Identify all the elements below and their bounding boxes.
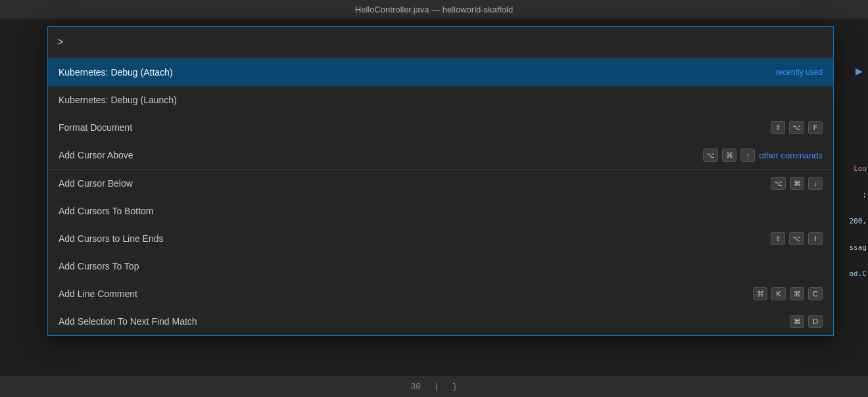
bg-code-semicolon: ; bbox=[862, 191, 867, 199]
list-item[interactable]: Add Line Comment ⌘ K ⌘ C bbox=[48, 280, 833, 308]
list-item[interactable]: Add Cursors to Line Ends ⇧ ⌥ I bbox=[48, 225, 833, 252]
kbd-c: C bbox=[808, 287, 823, 300]
item-label: Kubernetes: Debug (Attach) bbox=[59, 67, 776, 78]
item-right: ⌥ ⌘ ↓ bbox=[771, 177, 823, 190]
kbd-cmd: ⌘ bbox=[722, 149, 736, 162]
kbd-shift: ⇧ bbox=[771, 232, 785, 245]
list-item[interactable]: Format Document ⇧ ⌥ F bbox=[48, 114, 833, 141]
window-title: HelloController.java — helloworld-skaffo… bbox=[355, 5, 513, 14]
list-item[interactable]: Kubernetes: Debug (Attach) recently used bbox=[48, 58, 833, 86]
kbd-opt: ⌥ bbox=[789, 232, 804, 245]
item-right: ⌘ D bbox=[790, 315, 823, 328]
item-right: recently used bbox=[776, 68, 823, 77]
item-label: Kubernetes: Debug (Launch) bbox=[59, 95, 823, 105]
kbd-d: D bbox=[808, 315, 823, 328]
kbd-opt: ⌥ bbox=[771, 177, 786, 190]
kbd-opt: ⌥ bbox=[789, 121, 804, 134]
bg-code-ssag: ssag bbox=[850, 243, 867, 252]
list-item[interactable]: Add Selection To Next Find Match ⌘ D bbox=[48, 308, 833, 335]
kbd-cmd2: ⌘ bbox=[790, 287, 804, 300]
other-commands-link[interactable]: other commands bbox=[759, 151, 823, 160]
kbd-i: I bbox=[808, 232, 823, 245]
item-label: Add Cursors To Top bbox=[59, 261, 823, 271]
command-palette: > Kubernetes: Debug (Attach) recently us… bbox=[47, 26, 834, 336]
item-label: Add Selection To Next Find Match bbox=[59, 316, 790, 327]
list-item[interactable]: Add Cursor Above ⌥ ⌘ ↑ other commands bbox=[48, 141, 833, 169]
bottom-bar: 30 | } bbox=[0, 376, 868, 397]
item-label: Add Line Comment bbox=[59, 289, 753, 299]
item-label: Add Cursors to Line Ends bbox=[59, 233, 771, 244]
kbd-k: K bbox=[771, 287, 786, 300]
item-right: ⇧ ⌥ F bbox=[771, 121, 823, 134]
kbd-down: ↓ bbox=[808, 177, 823, 190]
list-item[interactable]: Add Cursors To Bottom bbox=[48, 197, 833, 225]
item-right: ⇧ ⌥ I bbox=[771, 232, 823, 245]
search-box: > bbox=[48, 27, 833, 58]
title-bar: HelloController.java — helloworld-skaffo… bbox=[0, 0, 868, 18]
item-label: Add Cursor Above bbox=[59, 150, 703, 160]
item-label: Format Document bbox=[59, 122, 771, 133]
kbd-f: F bbox=[808, 121, 823, 134]
kbd-up: ↑ bbox=[740, 149, 755, 162]
item-label: Add Cursor Below bbox=[59, 178, 771, 189]
command-search-input[interactable] bbox=[66, 37, 824, 48]
search-prefix: > bbox=[57, 37, 64, 49]
line-number: 30 bbox=[410, 382, 421, 392]
kbd-cmd: ⌘ bbox=[753, 287, 767, 300]
bg-code-loo: Loo bbox=[854, 164, 867, 173]
list-item[interactable]: Add Cursors To Top bbox=[48, 252, 833, 280]
bg-code-od: od.C bbox=[850, 269, 867, 278]
separator: | bbox=[434, 382, 439, 392]
item-label: Add Cursors To Bottom bbox=[59, 206, 823, 216]
kbd-cmd: ⌘ bbox=[790, 315, 804, 328]
kbd-shift: ⇧ bbox=[771, 121, 785, 134]
recently-used-badge: recently used bbox=[776, 68, 823, 77]
command-list: Kubernetes: Debug (Attach) recently used… bbox=[48, 58, 833, 335]
list-item[interactable]: Kubernetes: Debug (Launch) bbox=[48, 86, 833, 114]
kbd-opt: ⌥ bbox=[703, 149, 718, 162]
bg-code-200: 200, bbox=[850, 217, 867, 225]
kbd-cmd: ⌘ bbox=[790, 177, 804, 190]
closing-brace: } bbox=[452, 382, 458, 392]
right-arrow-icon: ▶ bbox=[856, 66, 863, 76]
item-right: ⌥ ⌘ ↑ other commands bbox=[703, 149, 823, 162]
item-right: ⌘ K ⌘ C bbox=[753, 287, 823, 300]
list-item[interactable]: Add Cursor Below ⌥ ⌘ ↓ bbox=[48, 170, 833, 197]
